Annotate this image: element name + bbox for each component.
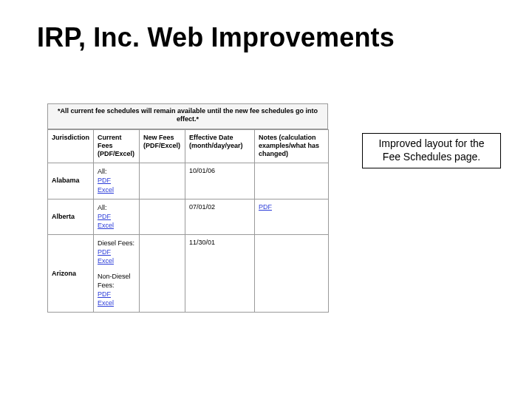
- cell-effective-date: 11/30/01: [185, 235, 255, 313]
- table-row: Arizona Diesel Fees: PDF Excel Non-Diese…: [48, 235, 329, 313]
- cell-current-fees: All: PDF Excel: [94, 163, 140, 199]
- notice-banner: *All current fee schedules will remain a…: [47, 103, 328, 129]
- excel-link[interactable]: Excel: [98, 299, 114, 307]
- col-current-fees: Current Fees (PDF/Excel): [94, 129, 140, 163]
- pdf-link[interactable]: PDF: [98, 248, 111, 256]
- excel-link[interactable]: Excel: [98, 256, 114, 265]
- pdf-link[interactable]: PDF: [98, 212, 111, 221]
- callout-box: Improved layout for the Fee Schedules pa…: [362, 133, 501, 168]
- fee-block: Non-Diesel Fees: PDF Excel: [98, 272, 135, 308]
- excel-link[interactable]: Excel: [98, 185, 114, 194]
- slide: IRP, Inc. Web Improvements *All current …: [0, 0, 532, 399]
- cell-jurisdiction: Alabama: [48, 163, 94, 199]
- cell-current-fees: All: PDF Excel: [94, 199, 140, 234]
- notes-pdf-link[interactable]: PDF: [259, 203, 272, 211]
- table-header-row: Jurisdiction Current Fees (PDF/Excel) Ne…: [48, 129, 329, 163]
- fee-block: All: PDF Excel: [98, 167, 135, 194]
- fee-block: Diesel Fees: PDF Excel: [98, 239, 135, 265]
- col-effective-date: Effective Date (month/day/year): [185, 129, 255, 163]
- table-row: Alabama All: PDF Excel 10/01/06: [48, 163, 329, 199]
- excel-link[interactable]: Excel: [98, 221, 114, 230]
- cell-notes: [255, 235, 329, 313]
- fee-block: All: PDF Excel: [98, 203, 135, 230]
- col-notes: Notes (calculation examples/what has cha…: [255, 129, 329, 163]
- fee-label: Non-Diesel Fees:: [98, 272, 135, 290]
- cell-new-fees: [140, 163, 185, 199]
- cell-effective-date: 10/01/06: [185, 163, 255, 199]
- cell-jurisdiction: Alberta: [48, 199, 94, 234]
- page-title: IRP, Inc. Web Improvements: [0, 22, 532, 53]
- fee-schedule-table: Jurisdiction Current Fees (PDF/Excel) Ne…: [47, 129, 329, 313]
- cell-new-fees: [140, 235, 185, 313]
- table-row: Alberta All: PDF Excel 07/01/02 PDF: [48, 199, 329, 234]
- fee-schedule-table-wrap: *All current fee schedules will remain a…: [47, 103, 328, 313]
- col-new-fees: New Fees (PDF/Excel): [140, 129, 185, 163]
- col-jurisdiction: Jurisdiction: [48, 129, 94, 163]
- fee-label: All:: [98, 167, 135, 176]
- cell-jurisdiction: Arizona: [48, 235, 94, 313]
- cell-effective-date: 07/01/02: [185, 199, 255, 234]
- pdf-link[interactable]: PDF: [98, 290, 111, 299]
- fee-label: Diesel Fees:: [98, 239, 135, 248]
- fee-label: All:: [98, 203, 135, 212]
- cell-new-fees: [140, 199, 185, 234]
- cell-notes: PDF: [255, 199, 329, 234]
- cell-current-fees: Diesel Fees: PDF Excel Non-Diesel Fees: …: [94, 235, 140, 313]
- pdf-link[interactable]: PDF: [98, 176, 111, 185]
- cell-notes: [255, 163, 329, 199]
